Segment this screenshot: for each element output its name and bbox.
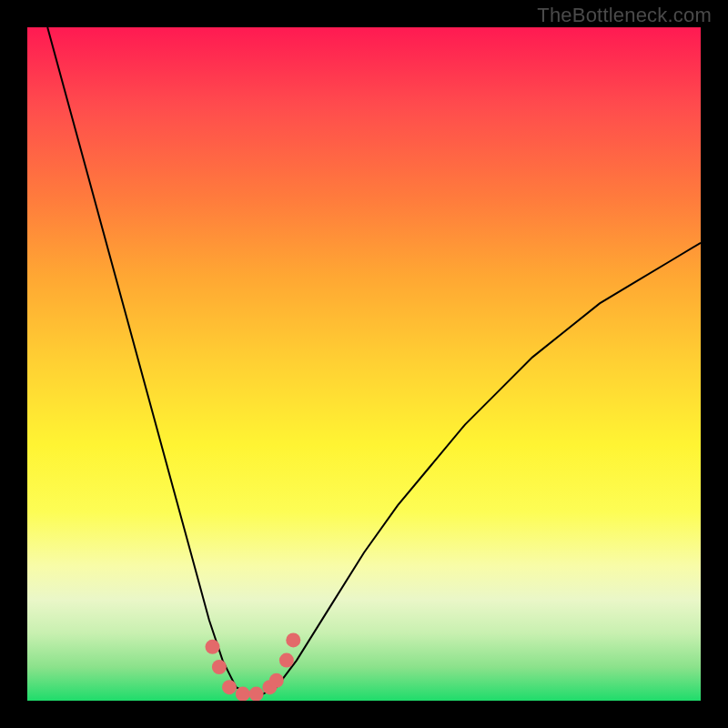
plot-area: [27, 27, 701, 701]
marker-point: [269, 673, 284, 688]
marker-point: [236, 687, 250, 701]
marker-point: [212, 660, 227, 674]
marker-group: [206, 632, 301, 701]
bottleneck-curve: [47, 27, 701, 694]
watermark-text: TheBottleneck.com: [537, 4, 712, 27]
marker-point: [249, 687, 264, 701]
marker-point: [206, 640, 220, 654]
marker-point: [222, 680, 237, 694]
chart-frame: TheBottleneck.com: [0, 0, 728, 728]
marker-point: [279, 653, 294, 668]
marker-point: [286, 632, 300, 647]
curve-svg: [27, 27, 701, 701]
